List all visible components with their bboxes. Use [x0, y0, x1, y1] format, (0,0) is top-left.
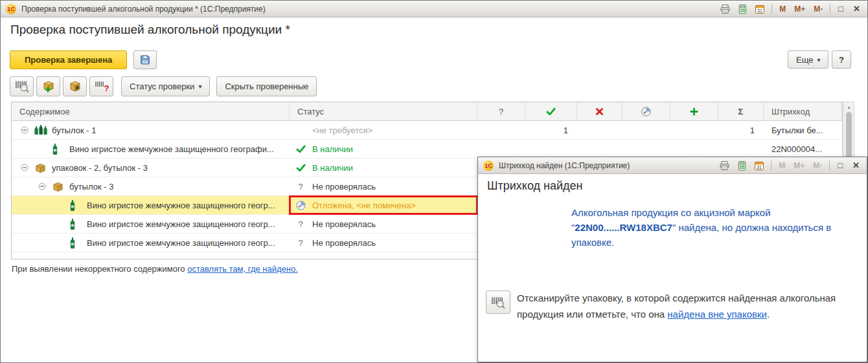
m-plus-button[interactable]: M+: [793, 5, 806, 14]
row-status-cell: ?Не проверялась: [290, 177, 477, 195]
table-header: Содержимое Статус ? Σ Штрихкод: [12, 102, 842, 121]
maximize-button[interactable]: □: [836, 4, 845, 14]
check-icon: [295, 164, 306, 172]
close-button[interactable]: ✕: [851, 4, 862, 14]
row-total-count: [718, 140, 764, 158]
table-row[interactable]: Вино игристое жемчужное защищенного геог…: [12, 140, 842, 159]
m-minus-button[interactable]: M-: [812, 5, 824, 14]
row-status: Не проверялась: [312, 182, 376, 192]
barcode-found-dialog: 1С Штрихкод найден (1С:Предприятие) 31 M…: [477, 157, 867, 362]
collapse-icon[interactable]: [21, 126, 31, 134]
col-header-absent[interactable]: [577, 102, 622, 120]
divider: [830, 4, 830, 14]
col-header-content[interactable]: Содержимое: [12, 102, 290, 120]
svg-text:?: ?: [298, 238, 303, 248]
row-content-cell: Вино игристое жемчужное защищенного геог…: [12, 215, 290, 233]
print-icon[interactable]: [718, 160, 730, 171]
row-total-count: 1: [718, 121, 764, 139]
found-outside-package-link[interactable]: найдена вне упаковки: [667, 309, 767, 320]
bottle-icon: [69, 219, 83, 230]
row-content: бутылок - 1: [52, 126, 96, 135]
dialog-instruction: Отсканируйте упаковку, в которой содержи…: [517, 290, 846, 322]
row-status-cell: <не требуется>: [290, 121, 477, 139]
calculator-icon[interactable]: [737, 3, 748, 14]
row-checked-count: [525, 140, 577, 158]
maximize-button[interactable]: □: [836, 160, 845, 170]
row-deferred-count: [622, 140, 670, 158]
svg-text:?: ?: [104, 83, 109, 93]
check-icon: [546, 107, 556, 116]
scan-barcode-button[interactable]: [10, 76, 34, 96]
calendar-icon[interactable]: 31: [753, 160, 765, 171]
bottle-icon: [52, 144, 65, 155]
close-button[interactable]: ✕: [851, 160, 862, 170]
scan-package-button[interactable]: [486, 291, 510, 314]
help-button[interactable]: ?: [832, 50, 851, 69]
row-content-cell: бутылок - 1: [12, 121, 290, 139]
question-icon: ?: [295, 219, 306, 229]
question-icon: ?: [295, 182, 306, 192]
svg-text:31: 31: [757, 8, 762, 13]
page-title: Проверка поступившей алкогольной продукц…: [10, 23, 290, 37]
scan-barcode-icon: [15, 80, 29, 93]
row-status-cell: ?Не проверялась: [290, 215, 477, 233]
save-icon: [139, 54, 151, 65]
excise-mark-code: 22N00......RW18XBC7: [575, 222, 672, 233]
1c-logo-icon: 1С: [6, 4, 16, 14]
bottles-icon: [34, 125, 48, 136]
row-absent-count: [577, 121, 622, 139]
row-status: Отложена, <не помечена>: [312, 201, 416, 210]
collapse-icon[interactable]: [21, 164, 31, 171]
col-header-question[interactable]: ?: [477, 102, 525, 120]
col-header-deferred[interactable]: [622, 102, 670, 120]
unknown-barcode-button[interactable]: ?: [89, 76, 113, 96]
collapse-icon[interactable]: [38, 182, 49, 190]
col-header-barcode[interactable]: Штрихкод: [764, 102, 842, 120]
row-question-count: [477, 140, 525, 158]
print-icon[interactable]: [719, 3, 731, 14]
m-button[interactable]: M: [778, 5, 787, 14]
row-absent-count: [577, 140, 622, 158]
dialog-titlebar: 1С Штрихкод найден (1С:Предприятие) 31 M…: [478, 157, 867, 174]
col-header-total[interactable]: Σ: [718, 102, 764, 120]
col-header-status[interactable]: Статус: [290, 102, 477, 120]
more-button[interactable]: Еще ▾: [788, 50, 828, 69]
status-filter-button[interactable]: Статус проверки ▾: [121, 76, 210, 96]
leave-where-found-link[interactable]: оставлять там, где найдено.: [187, 264, 298, 274]
save-button[interactable]: [133, 50, 157, 69]
check-finished-button[interactable]: Проверка завершена: [10, 50, 127, 69]
row-content: бутылок - 3: [69, 182, 113, 192]
row-content: Вино игристое жемчужное защищенного геог…: [69, 144, 274, 154]
dialog-heading: Штрихкод найден: [487, 179, 582, 193]
add-package-button[interactable]: [36, 76, 60, 96]
row-barcode: Бутылки бе...: [764, 121, 842, 139]
more-button-label: Еще: [796, 55, 813, 65]
m-minus-button: M-: [812, 161, 823, 170]
row-status: В наличии: [312, 144, 353, 154]
row-extra-count: [670, 140, 718, 158]
row-extra-count: [670, 121, 718, 139]
clock-icon: [641, 107, 651, 116]
row-status: Не проверялась: [312, 238, 376, 248]
row-content: Вино игристое жемчужное защищенного геог…: [87, 201, 275, 210]
table-row[interactable]: бутылок - 1<не требуется>11Бутылки бе...: [12, 121, 842, 140]
calendar-icon[interactable]: 31: [754, 3, 766, 14]
col-header-extra[interactable]: [670, 102, 718, 120]
row-content-cell: упаковок - 2, бутылок - 3: [12, 159, 290, 177]
col-header-check[interactable]: [525, 102, 577, 120]
row-content-cell: Вино игристое жемчужное защищенного геог…: [12, 196, 290, 214]
barcode-question-icon: ?: [95, 80, 109, 93]
row-content-cell: бутылок - 3: [12, 177, 290, 195]
row-checked-count: 1: [525, 121, 577, 139]
calculator-icon[interactable]: [736, 160, 748, 171]
package-barcode-button[interactable]: [63, 76, 87, 96]
row-status: В наличии: [312, 163, 353, 173]
divider: [771, 160, 771, 170]
dialog-message: Алкогольная продукция со акцизной маркой…: [571, 205, 864, 250]
check-icon: [295, 145, 306, 153]
x-mark-icon: [595, 107, 604, 116]
hide-checked-button[interactable]: Скрыть проверенные: [216, 76, 317, 96]
1c-logo-icon: 1С: [483, 160, 494, 171]
scroll-up-icon[interactable]: ▲: [844, 102, 854, 111]
row-status-cell: ?Не проверялась: [290, 234, 477, 252]
